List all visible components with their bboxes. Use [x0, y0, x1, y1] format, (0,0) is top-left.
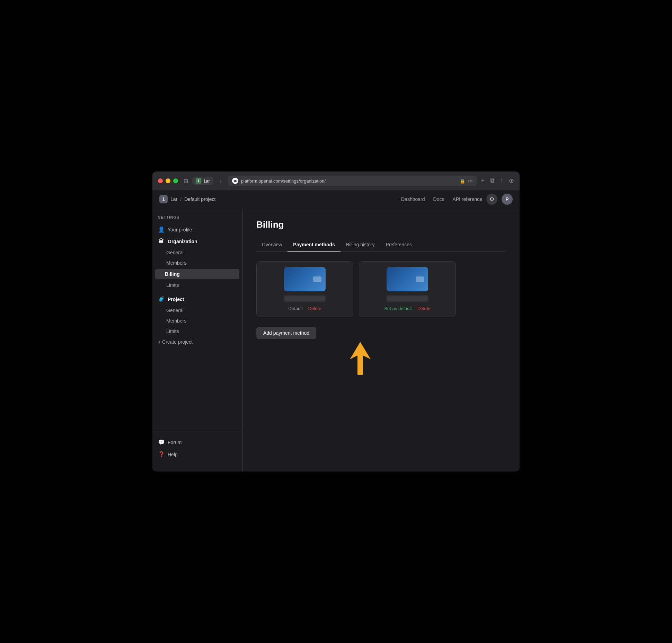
minimize-button[interactable] — [166, 178, 170, 183]
payment-card-2: Set as default Delete — [359, 261, 456, 317]
browser-window: ⊞ 1 1ar ‹ ⊕ platform.openai.com/settings… — [152, 171, 520, 472]
header-nav: Dashboard Docs API reference — [401, 196, 482, 202]
forum-icon: 💬 — [158, 439, 164, 446]
tab-billing-history[interactable]: Billing history — [341, 238, 380, 252]
download-icon[interactable]: ⊕ — [509, 177, 514, 185]
sidebar-item-label: Your profile — [168, 227, 192, 232]
docs-link[interactable]: Docs — [433, 196, 444, 202]
sidebar-toggle-icon[interactable]: ⊞ — [182, 176, 189, 186]
address-bar[interactable]: ⊕ platform.openai.com/settings/organizat… — [228, 176, 477, 186]
tab-favicon: 1 — [196, 178, 201, 184]
sidebar-item-label: Forum — [168, 440, 182, 445]
close-button[interactable] — [158, 178, 163, 183]
project-icon: 🧳 — [158, 296, 164, 302]
browser-controls: ⊞ 1 1ar — [182, 176, 213, 186]
main-layout: SETTINGS 👤 Your profile 🏛 Organization G… — [152, 208, 520, 472]
sidebar-item-proj-members[interactable]: Members — [152, 316, 242, 326]
app-header: 1 1ar / Default project Dashboard Docs A… — [152, 190, 520, 208]
breadcrumb-org: 1ar — [170, 196, 177, 202]
site-favicon: ⊕ — [232, 178, 238, 184]
add-payment-method-button[interactable]: Add payment method — [256, 327, 316, 339]
share-icon[interactable]: ↑ — [500, 177, 503, 185]
card-2-set-default-button[interactable]: Set as default — [384, 306, 412, 311]
sidebar-item-org-general[interactable]: General — [152, 247, 242, 258]
tab-label: 1ar — [203, 178, 210, 184]
sidebar-item-project[interactable]: 🧳 Project — [152, 293, 242, 305]
card-2-delete-button[interactable]: Delete — [417, 306, 431, 311]
back-button[interactable]: ‹ — [218, 176, 224, 186]
breadcrumb-separator: / — [180, 196, 182, 202]
payment-cards-list: Default Delete Set as default Delete — [256, 261, 506, 317]
sidebar-item-forum[interactable]: 💬 Forum — [152, 436, 242, 448]
sidebar-item-organization[interactable]: 🏛 Organization — [152, 236, 242, 247]
card-info-blur-1 — [284, 296, 326, 302]
sidebar-item-label: Organization — [168, 239, 197, 244]
new-tab-icon[interactable]: + — [481, 177, 485, 185]
tab-payment-methods[interactable]: Payment methods — [288, 238, 341, 252]
content-area: Billing Overview Payment methods Billing… — [242, 208, 520, 472]
browser-chrome: ⊞ 1 1ar ‹ ⊕ platform.openai.com/settings… — [152, 171, 520, 190]
browser-tab[interactable]: 1 1ar — [192, 177, 213, 185]
card-1-delete-button[interactable]: Delete — [308, 306, 321, 311]
card-info-blur-2 — [387, 296, 428, 302]
sidebar-item-proj-general[interactable]: General — [152, 305, 242, 316]
page-title: Billing — [256, 219, 506, 230]
more-options-icon[interactable]: ••• — [468, 178, 473, 184]
dashboard-link[interactable]: Dashboard — [401, 196, 425, 202]
traffic-lights — [158, 178, 178, 183]
sidebar-item-org-members[interactable]: Members — [152, 258, 242, 268]
breadcrumb-project: Default project — [184, 196, 215, 202]
sidebar-item-label: Project — [168, 297, 184, 302]
header-icons: ⚙ P — [486, 194, 513, 205]
lock-icon: 🔒 — [460, 178, 465, 184]
create-project-button[interactable]: + Create project — [152, 336, 242, 347]
card-visual-1 — [284, 267, 326, 291]
payment-card-1: Default Delete — [256, 261, 353, 317]
svg-rect-0 — [357, 356, 363, 375]
sidebar-item-org-limits[interactable]: Limits — [152, 280, 242, 290]
arrow-annotation — [242, 342, 506, 377]
upward-arrow-icon — [350, 342, 371, 377]
maximize-button[interactable] — [173, 178, 178, 183]
tab-preferences[interactable]: Preferences — [380, 238, 417, 252]
card-1-actions: Default Delete — [289, 306, 321, 311]
card-2-actions: Set as default Delete — [384, 306, 430, 311]
card-visual-2 — [387, 267, 428, 291]
sidebar-item-proj-limits[interactable]: Limits — [152, 326, 242, 336]
sidebar-item-label: Help — [168, 452, 178, 457]
browser-actions: + ⧉ ↑ ⊕ — [481, 177, 514, 185]
organization-icon: 🏛 — [158, 238, 164, 245]
breadcrumb: 1 1ar / Default project — [159, 195, 401, 203]
duplicate-tab-icon[interactable]: ⧉ — [490, 177, 495, 185]
sidebar-footer: 💬 Forum ❓ Help — [152, 432, 242, 465]
sidebar-section-label: SETTINGS — [152, 215, 242, 223]
sidebar-item-your-profile[interactable]: 👤 Your profile — [152, 223, 242, 236]
help-icon: ❓ — [158, 451, 164, 458]
billing-tabs: Overview Payment methods Billing history… — [256, 238, 506, 252]
sidebar-item-help[interactable]: ❓ Help — [152, 448, 242, 460]
tab-overview[interactable]: Overview — [256, 238, 288, 252]
avatar-button[interactable]: P — [502, 194, 513, 205]
profile-icon: 👤 — [158, 226, 164, 233]
url-display: platform.openai.com/settings/organizatio… — [241, 178, 457, 184]
sidebar-item-org-billing[interactable]: Billing — [155, 269, 239, 279]
org-number-badge: 1 — [159, 195, 168, 203]
api-reference-link[interactable]: API reference — [452, 196, 482, 202]
sidebar: SETTINGS 👤 Your profile 🏛 Organization G… — [152, 208, 242, 472]
settings-icon-button[interactable]: ⚙ — [486, 194, 497, 205]
card-1-default-label: Default — [289, 306, 303, 311]
